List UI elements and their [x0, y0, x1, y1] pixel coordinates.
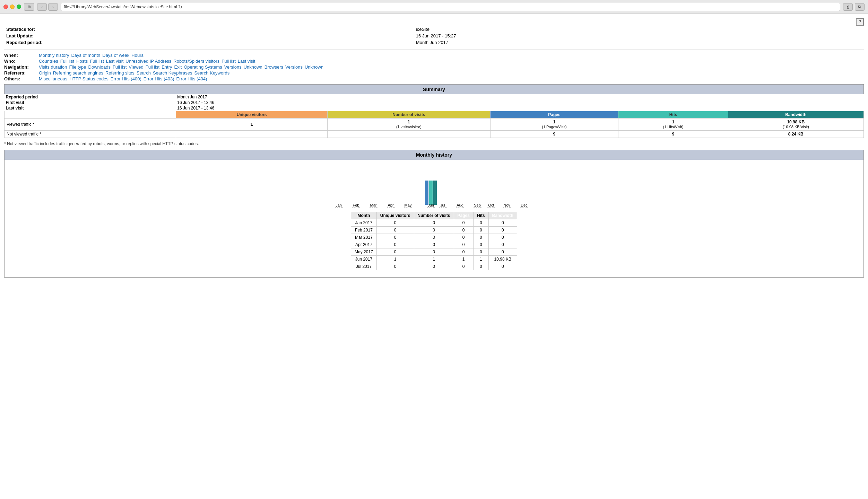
- separator-1: [4, 50, 864, 50]
- nav-unresolved-ip[interactable]: Unresolved IP Address: [125, 59, 171, 64]
- nav-error-403[interactable]: Error Hits (403): [144, 76, 174, 81]
- summary-footnote: * Not viewed traffic includes traffic ge…: [4, 141, 864, 146]
- traffic-lights: [3, 5, 21, 9]
- url-text: file:///Library/WebServer/awstats/resWeb…: [64, 5, 177, 9]
- monthly-col-pages: Pages: [454, 212, 473, 219]
- nav-days-of-month[interactable]: Days of month: [71, 53, 100, 58]
- nav-unknown-2[interactable]: Unknown: [305, 64, 323, 70]
- col-header-hits: Hits: [618, 111, 728, 119]
- monthly-row: Jul 201700000: [351, 263, 517, 270]
- col-header-visits: Number of visits: [328, 111, 490, 119]
- monthly-col-bandwidth: Bandwidth: [488, 212, 517, 219]
- nav-entry[interactable]: Entry: [162, 64, 172, 70]
- browser-actions: ⎙ ⧉: [843, 3, 865, 11]
- last-visit-row-value: 16 Jun 2017 - 13:46: [176, 105, 863, 111]
- svg-text:2017: 2017: [369, 207, 377, 208]
- nav-origin[interactable]: Origin: [39, 70, 51, 76]
- nav-os[interactable]: Operating Systems: [184, 64, 222, 70]
- who-links: Countries Full list Hosts Full list Last…: [39, 59, 255, 64]
- nav-countries[interactable]: Countries: [39, 59, 58, 64]
- nav-who-row: Who: Countries Full list Hosts Full list…: [4, 59, 864, 64]
- nav-others-row: Others: Miscellaneous HTTP Status codes …: [4, 76, 864, 81]
- others-label: Others:: [4, 76, 39, 81]
- reported-period-row-label: Reported period: [5, 94, 176, 100]
- chart-body: Jan 2017 Feb 2017 Mar 2017 Apr 2017 May …: [5, 160, 863, 277]
- back-button[interactable]: ‹: [37, 3, 47, 11]
- nav-last-visit-2[interactable]: Last visit: [238, 59, 255, 64]
- bar-pages-jun: [425, 181, 428, 205]
- navigation-links: Visits duration File type Downloads Full…: [39, 64, 323, 70]
- window-button[interactable]: ⧉: [855, 3, 865, 11]
- summary-header: Summary: [4, 84, 864, 94]
- page-content: ? Statistics for: iceSite Last Update: 1…: [0, 14, 868, 499]
- help-button[interactable]: ?: [856, 18, 864, 26]
- nav-search-keyphrases[interactable]: Search Keyphrases: [153, 70, 192, 76]
- nav-exit[interactable]: Exit: [174, 64, 182, 70]
- nav-days-of-week[interactable]: Days of week: [102, 53, 129, 58]
- nav-last-visit-1[interactable]: Last visit: [106, 59, 124, 64]
- nav-miscellaneous[interactable]: Miscellaneous: [39, 76, 67, 81]
- maximize-button[interactable]: [17, 5, 21, 9]
- when-links: Monthly history Days of month Days of we…: [39, 53, 144, 58]
- nav-error-404[interactable]: Error Hits (404): [176, 76, 207, 81]
- header-info: Statistics for: iceSite Last Update: 16 …: [4, 26, 864, 46]
- nav-search-keywords[interactable]: Search Keywords: [194, 70, 229, 76]
- nav-search[interactable]: Search: [137, 70, 151, 76]
- nav-robots-spiders[interactable]: Robots/Spiders visitors: [173, 59, 219, 64]
- summary-table: Reported period Month Jun 2017 First vis…: [4, 94, 864, 138]
- reported-period-label: Reported period:: [5, 40, 414, 45]
- not-viewed-unique: [176, 131, 327, 138]
- minimize-button[interactable]: [10, 5, 15, 9]
- not-viewed-visits: [328, 131, 490, 138]
- not-viewed-hits: 9: [618, 131, 728, 138]
- referrers-label: Referrers:: [4, 70, 39, 76]
- sidebar-button[interactable]: ⊞: [24, 3, 34, 11]
- nav-unknown-1[interactable]: Unknown: [244, 64, 262, 70]
- nav-referrers-row: Referrers: Origin Referring search engin…: [4, 70, 864, 76]
- nav-browsers[interactable]: Browsers: [264, 64, 283, 70]
- last-update-value: 16 Jun 2017 - 15:27: [415, 33, 863, 39]
- nav-hours[interactable]: Hours: [131, 53, 144, 58]
- reload-button[interactable]: ↻: [178, 4, 182, 10]
- nav-referring-search-engines[interactable]: Referring search engines: [53, 70, 103, 76]
- nav-full-list-3[interactable]: Full list: [222, 59, 235, 64]
- address-bar[interactable]: file:///Library/WebServer/awstats/resWeb…: [61, 3, 840, 11]
- not-viewed-label: Not viewed traffic *: [5, 131, 176, 138]
- referrers-links: Origin Referring search engines Referrin…: [39, 70, 229, 76]
- nav-monthly-history[interactable]: Monthly history: [39, 53, 69, 58]
- forward-button[interactable]: ›: [48, 3, 58, 11]
- nav-file-type[interactable]: File type: [69, 64, 86, 70]
- nav-referring-sites[interactable]: Referring sites: [105, 70, 134, 76]
- col-header-pages: Pages: [490, 111, 618, 119]
- browser-chrome: ⊞ ‹ › file:///Library/WebServer/awstats/…: [0, 0, 868, 14]
- nav-full-list-4[interactable]: Full list: [113, 64, 127, 70]
- svg-text:2017: 2017: [439, 207, 447, 208]
- viewed-unique: 1: [176, 119, 327, 131]
- nav-versions-2[interactable]: Versions: [285, 64, 303, 70]
- monthly-col-unique: Unique visitors: [376, 212, 414, 219]
- nav-downloads[interactable]: Downloads: [88, 64, 111, 70]
- nav-full-list-1[interactable]: Full list: [60, 59, 74, 64]
- close-button[interactable]: [3, 5, 8, 9]
- bar-hits-jun: [429, 181, 433, 205]
- nav-full-list-2[interactable]: Full list: [90, 59, 104, 64]
- nav-http-status-codes[interactable]: HTTP Status codes: [69, 76, 108, 81]
- nav-when-row: When: Monthly history Days of month Days…: [4, 53, 864, 58]
- nav-viewed[interactable]: Viewed: [129, 64, 143, 70]
- viewed-pages: 1 (1 Pages/Visit): [490, 119, 618, 131]
- nav-versions-1[interactable]: Versions: [224, 64, 242, 70]
- last-visit-row-label: Last visit: [5, 105, 176, 111]
- nav-hosts[interactable]: Hosts: [76, 59, 88, 64]
- svg-text:2017: 2017: [427, 207, 435, 208]
- monthly-row: May 201700000: [351, 248, 517, 256]
- viewed-bandwidth: 10.98 KB (10.98 KB/Visit): [728, 119, 863, 131]
- share-button[interactable]: ⎙: [843, 3, 853, 11]
- viewed-visits: 1 (1 visits/visitor): [328, 119, 490, 131]
- not-viewed-pages: 9: [490, 131, 618, 138]
- nav-full-list-5[interactable]: Full list: [146, 64, 159, 70]
- monthly-row: Apr 201700000: [351, 241, 517, 248]
- nav-error-400[interactable]: Error Hits (400): [111, 76, 141, 81]
- nav-buttons: ‹ ›: [37, 3, 58, 11]
- nav-visits-duration[interactable]: Visits duration: [39, 64, 67, 70]
- first-visit-row-value: 16 Jun 2017 - 13:46: [176, 100, 863, 105]
